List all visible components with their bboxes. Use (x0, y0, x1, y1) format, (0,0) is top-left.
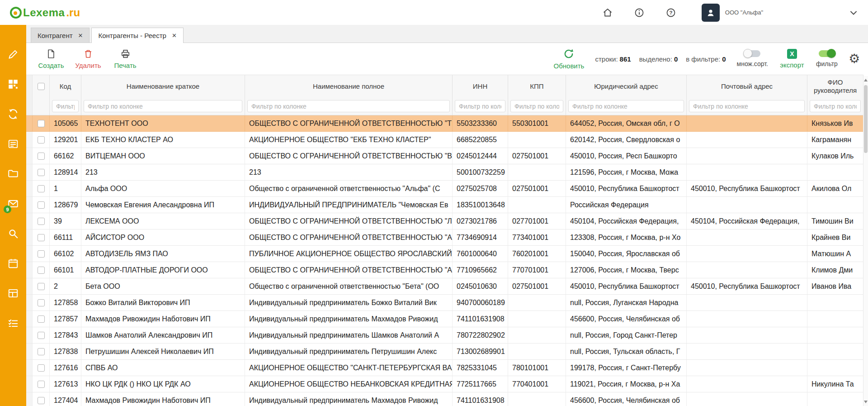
list-icon[interactable] (7, 138, 19, 150)
row-indicator (26, 115, 33, 131)
row-checkbox[interactable] (38, 315, 45, 323)
table-row[interactable]: 39ЛЕКСЕМА ООООБЩЕСТВО С ОГРАНИЧЕННОЙ ОТВ… (26, 213, 863, 229)
row-checkbox[interactable] (38, 250, 45, 258)
filter-input-director-fio[interactable] (810, 100, 861, 112)
table-row[interactable]: 2Бета ООООбщество с ограниченной ответст… (26, 278, 863, 295)
column-header-kpp[interactable]: КПП (508, 75, 566, 98)
filter-toggle[interactable]: фильтр (816, 50, 838, 67)
create-button[interactable]: Создать (38, 48, 64, 69)
apps-icon[interactable] (7, 78, 19, 90)
table-row[interactable]: 128914213213500100732259121596, Россия, … (26, 164, 863, 181)
chevron-down-icon[interactable] (848, 7, 859, 18)
search-icon[interactable] (7, 228, 19, 239)
cell-short-name: 213 (81, 164, 245, 180)
row-checkbox[interactable] (38, 120, 45, 127)
row-checkbox[interactable] (38, 234, 45, 241)
table-row[interactable]: 66111АЙСИСТОР ООООБЩЕСТВО С ОГРАНИЧЕННОЙ… (26, 229, 863, 246)
cell-full-name: ОБЩЕСТВО С ОГРАНИЧЕННОЙ ОТВЕТСТВЕННОСТЬЮ… (245, 229, 453, 245)
table-row[interactable]: 127857Махмадов Ривожидин Наботович ИПИнд… (26, 311, 863, 327)
row-checkbox[interactable] (38, 201, 45, 209)
column-header-code[interactable]: Код (50, 75, 81, 98)
row-checkbox[interactable] (38, 364, 45, 372)
export-button[interactable]: X экспорт (779, 49, 805, 69)
column-header-inn[interactable]: ИНН (453, 75, 508, 98)
table-row[interactable]: 127858Божко Виталий Викторович ИПИндивид… (26, 295, 863, 311)
gear-icon[interactable]: ⚙ (849, 53, 860, 65)
select-all-checkbox[interactable] (38, 83, 45, 90)
row-checkbox[interactable] (38, 381, 45, 388)
row-checkbox[interactable] (38, 397, 45, 404)
delete-button[interactable]: Удалить (75, 48, 101, 69)
row-checkbox[interactable] (38, 218, 45, 225)
table-row[interactable]: 127404Махмадов Ривожидин Наботович ИПИнд… (26, 392, 863, 406)
cell-short-name: ВИТЦЕМАН ООО (81, 148, 245, 164)
tab-kontragent[interactable]: Контрагент ✕ (31, 28, 90, 43)
table-row[interactable]: 129201ЕКБ ТЕХНО КЛАСТЕР АОАКЦИОНЕРНОЕ ОБ… (26, 132, 863, 148)
cell-postal-address (687, 376, 807, 392)
mail-icon[interactable]: 9 (7, 198, 19, 210)
scroll-up-arrow[interactable] (863, 77, 868, 83)
filter-input-code[interactable] (52, 100, 79, 112)
filter-input-kpp[interactable] (510, 100, 563, 112)
filter-input-short-name[interactable] (84, 100, 242, 112)
multisort-toggle[interactable]: множ.сорт. (737, 50, 768, 67)
scrollbar-thumb[interactable] (864, 85, 868, 153)
row-checkbox[interactable] (38, 153, 45, 160)
sync-icon[interactable] (7, 108, 19, 120)
home-icon[interactable] (602, 7, 613, 18)
user-block[interactable]: ООО "Альфа" (702, 4, 763, 22)
edit-icon[interactable] (7, 48, 19, 60)
cell-short-name: Махмадов Ривожидин Наботович ИП (81, 311, 245, 327)
print-button[interactable]: Печать (112, 48, 138, 69)
row-checkbox[interactable] (38, 267, 45, 274)
column-header-legal-address[interactable]: Юридический адрес (566, 75, 687, 98)
table-row[interactable]: 1Альфа ООООбщество с ограниченной ответс… (26, 181, 863, 197)
cell-legal-address: null, Россия, Луганская Народна (566, 295, 687, 310)
table-row[interactable]: 127838Петрушишин Алексей Николаевич ИПИн… (26, 344, 863, 360)
close-icon[interactable]: ✕ (78, 33, 83, 38)
table-row[interactable]: 66102АВТОДИЗЕЛЬ ЯМЗ ПАОПУБЛИЧНОЕ АКЦИОНЕ… (26, 246, 863, 262)
info-icon[interactable] (634, 7, 645, 18)
calendar-icon[interactable] (7, 258, 19, 269)
infilter-stat: в фильтре:0 (686, 55, 726, 63)
column-header-postal-address[interactable]: Почтовый адрес (687, 75, 807, 98)
table-row[interactable]: 66162ВИТЦЕМАН ООООБЩЕСТВО С ОГРАНИЧЕННОЙ… (26, 148, 863, 164)
column-header-short-name[interactable]: Наименование краткое (81, 75, 245, 98)
table-icon[interactable] (7, 287, 19, 299)
filter-input-postal-address[interactable] (689, 100, 805, 112)
tab-kontragenty-reestr[interactable]: Контрагенты - Реестр ✕ (91, 28, 183, 43)
filter-input-full-name[interactable] (247, 100, 450, 112)
cell-kpp: 760201001 (508, 246, 566, 262)
cell-kpp (508, 197, 566, 213)
table-row[interactable]: 127613НКО ЦК РДК () НКО ЦК РДК АОАКЦИОНЕ… (26, 376, 863, 392)
row-checkbox[interactable] (38, 185, 45, 192)
delete-label: Удалить (75, 62, 101, 69)
row-checkbox[interactable] (38, 169, 45, 176)
folder-icon[interactable] (7, 168, 19, 180)
filter-input-inn[interactable] (455, 100, 505, 112)
app-logo[interactable]: Lexema.ru (10, 6, 80, 19)
row-indicator (26, 229, 33, 245)
scroll-down-arrow[interactable] (863, 399, 868, 405)
table-row[interactable]: 105065ТЕХНОТЕНТ ООООБЩЕСТВО С ОГРАНИЧЕНН… (26, 115, 863, 132)
row-checkbox[interactable] (38, 136, 45, 143)
filter-input-legal-address[interactable] (568, 100, 684, 112)
close-icon[interactable]: ✕ (172, 33, 177, 38)
cell-legal-address: 456600, Россия, Челябинская об (566, 392, 687, 406)
checklist-icon[interactable] (7, 317, 19, 329)
table-row[interactable]: 128679Чемовская Евгения Алесандровна ИПИ… (26, 197, 863, 213)
table-row[interactable]: 66101АВТОДОР-ПЛАТНЫЕ ДОРОГИ ООООБЩЕСТВО … (26, 262, 863, 278)
column-header-full-name[interactable]: Наименование полное (245, 75, 453, 98)
vertical-scrollbar[interactable] (863, 76, 868, 406)
row-checkbox[interactable] (38, 299, 45, 306)
row-checkbox[interactable] (38, 332, 45, 339)
help-icon[interactable]: ? (665, 7, 676, 18)
table-row[interactable]: 127616СПВБ АОАКЦИОНЕРНОЕ ОБЩЕСТВО "САНКТ… (26, 360, 863, 376)
row-checkbox[interactable] (38, 283, 45, 290)
row-checkbox[interactable] (38, 348, 45, 355)
cell-short-name: АВТОДОР-ПЛАТНЫЕ ДОРОГИ ООО (81, 262, 245, 278)
column-header-director-fio[interactable]: ФИО руководителя (807, 75, 863, 98)
toggle-off-icon (744, 50, 760, 57)
refresh-button[interactable]: Обновить (554, 48, 585, 70)
table-row[interactable]: 127843Шамков Анатолий Александрович ИПИн… (26, 327, 863, 344)
